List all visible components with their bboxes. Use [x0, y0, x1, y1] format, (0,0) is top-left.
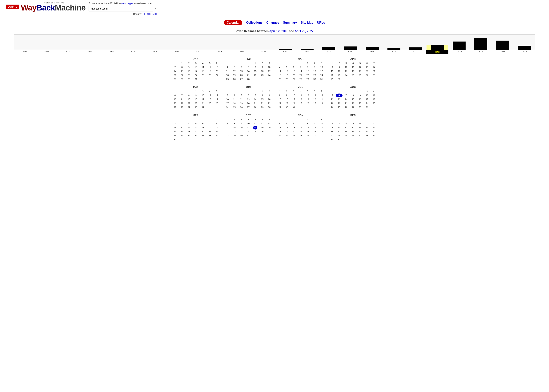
month-title: JUL [276, 86, 325, 88]
cal-day: 24 [318, 130, 325, 133]
year-label[interactable]: 2021 [492, 50, 514, 54]
cal-day: 9 [329, 126, 336, 130]
cal-day: 1 [350, 90, 357, 93]
cal-empty [224, 118, 231, 121]
cal-empty [329, 118, 336, 121]
cal-day: 14 [364, 126, 371, 130]
cal-grid: 1234567891011121314151617181920212223242… [329, 118, 377, 141]
cal-day: 12 [350, 126, 357, 130]
year-label[interactable]: 1999 [14, 50, 35, 54]
cal-day: 22 [179, 73, 186, 77]
calendar-row: MAY1234567891011121314151617181920212223… [170, 86, 379, 109]
nav-summary[interactable]: Summary [283, 21, 297, 24]
year-label[interactable]: 2000 [35, 50, 57, 54]
cal-day: 13 [290, 69, 297, 73]
cal-day: 10 [224, 98, 231, 101]
year-label[interactable]: 2018 [426, 50, 448, 54]
cal-day: 11 [231, 98, 238, 101]
nav-dot-4: · [298, 21, 299, 24]
year-label[interactable]: 2022 [514, 50, 535, 54]
year-label[interactable]: 2002 [79, 50, 101, 54]
way-text: Way [21, 3, 36, 12]
cal-day: 1 [213, 118, 220, 121]
timeline-year-col[interactable] [405, 47, 427, 50]
cal-day: 27 [213, 73, 220, 77]
year-label[interactable]: 2012 [296, 50, 317, 54]
year-label[interactable]: 2003 [101, 50, 122, 54]
cal-day: 5 [231, 65, 238, 69]
cal-day: 27 [245, 105, 252, 109]
cal-day: 17 [343, 69, 350, 73]
year-label[interactable]: 2020 [470, 50, 492, 54]
results-500-link[interactable]: 500 [153, 13, 157, 15]
timeline-year-col[interactable] [340, 47, 361, 50]
nav-collections[interactable]: Collections [246, 21, 262, 24]
year-label[interactable]: 2010 [252, 50, 274, 54]
saved-between: between [256, 29, 269, 33]
timeline-year-col[interactable] [361, 47, 383, 50]
cal-day: 30 [266, 105, 273, 109]
year-label[interactable]: 2009 [231, 50, 252, 54]
timeline-year-col[interactable] [427, 45, 448, 50]
web-pages-link[interactable]: web pages [121, 2, 133, 5]
cal-day: 8 [329, 65, 336, 69]
year-label[interactable]: 2013 [317, 50, 339, 54]
cal-day: 20 [266, 126, 273, 130]
cal-day: 24 [290, 102, 297, 105]
nav-changes[interactable]: Changes [266, 21, 279, 24]
timeline-year-col[interactable] [513, 46, 535, 50]
explore-prefix: Explore more than 682 billion [89, 2, 120, 5]
timeline-year-col[interactable] [448, 42, 470, 50]
donate-button[interactable]: DONATE [6, 5, 19, 9]
year-label[interactable]: 2007 [187, 50, 209, 54]
cal-day: 10 [193, 65, 199, 69]
timeline-bars [14, 35, 535, 50]
cal-day: 24 [224, 105, 231, 109]
year-label[interactable]: 2001 [57, 50, 79, 54]
year-label[interactable]: 2011 [274, 50, 296, 54]
search-input[interactable] [89, 6, 153, 11]
cal-day-highlighted-arrow[interactable]: 18 [253, 126, 257, 130]
timeline-year-col[interactable] [296, 49, 318, 50]
year-label[interactable]: 2014 [339, 50, 361, 54]
year-label[interactable]: 2004 [122, 50, 144, 54]
timeline-year-col[interactable] [470, 38, 492, 50]
header-right: Explore more than 682 billion web pages … [89, 2, 157, 15]
timeline-year-col[interactable] [274, 49, 296, 50]
timeline-year-col[interactable] [318, 47, 340, 50]
cal-day: 13 [172, 98, 178, 101]
clear-button[interactable]: × [155, 7, 157, 10]
cal-day: 26 [193, 134, 199, 138]
explore-suffix: saved over time [134, 2, 152, 5]
cal-day: 29 [213, 134, 220, 138]
cal-day: 12 [206, 65, 213, 69]
year-label[interactable]: 2006 [166, 50, 187, 54]
cal-day: 14 [172, 69, 178, 73]
year-label[interactable]: 2017 [404, 50, 426, 54]
cal-day: 29 [259, 105, 266, 109]
cal-day: 26 [350, 134, 357, 138]
cal-day: 16 [336, 69, 343, 73]
timeline-year-col[interactable] [492, 41, 513, 50]
nav-bar: Calendar · Collections · Changes · Summa… [0, 17, 549, 27]
cal-day: 28 [245, 77, 252, 81]
year-label[interactable]: 2008 [209, 50, 231, 54]
nav-urls[interactable]: URLs [317, 21, 325, 24]
results-100-link[interactable]: 100 [147, 13, 151, 15]
date1-link[interactable]: April 12, 2013 [269, 29, 288, 33]
timeline-year-col[interactable] [383, 48, 405, 50]
cal-empty [343, 118, 350, 121]
cal-day: 9 [193, 93, 199, 97]
year-label[interactable]: 2019 [448, 50, 470, 54]
nav-calendar[interactable]: Calendar [224, 20, 242, 25]
cal-day: 1 [231, 118, 238, 121]
cal-day: 8 [304, 65, 311, 69]
date2-link[interactable]: April 29, 2022 [295, 29, 314, 33]
year-label[interactable]: 2016 [382, 50, 404, 54]
cal-day-highlighted[interactable]: 6 [336, 93, 343, 97]
results-50-link[interactable]: 50 [143, 13, 145, 15]
year-label[interactable]: 2005 [144, 50, 166, 54]
nav-sitemap[interactable]: Site Map [301, 21, 313, 24]
year-label[interactable]: 2015 [361, 50, 383, 54]
cal-day: 21 [371, 69, 377, 73]
